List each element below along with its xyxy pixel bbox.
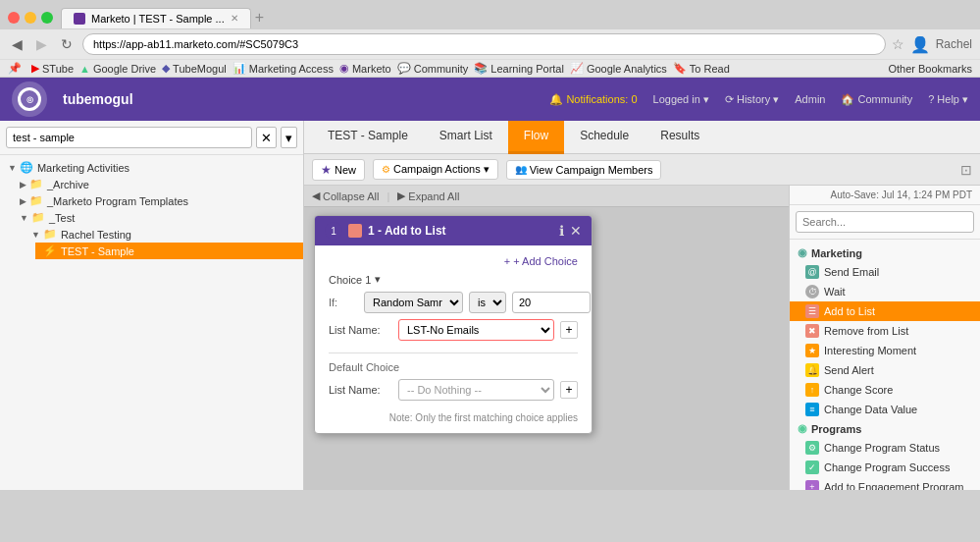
programs-section-icon: ◉ bbox=[798, 422, 807, 435]
expand-label: Expand All bbox=[408, 190, 459, 202]
change-prog-status-icon: ⚙ bbox=[805, 441, 819, 455]
sidebar-item-templates[interactable]: ▶ 📁 _Marketo Program Templates bbox=[12, 192, 303, 209]
list-select[interactable]: LST-No Emails bbox=[398, 319, 554, 341]
new-btn[interactable]: ★ New bbox=[312, 159, 365, 181]
tab-close-icon[interactable]: ✕ bbox=[231, 13, 238, 24]
folder-icon: 📁 bbox=[29, 178, 43, 190]
bookmark-gdrive[interactable]: ▲ Google Drive bbox=[79, 63, 156, 75]
field-select[interactable]: Random Samr bbox=[364, 292, 463, 313]
right-search-input[interactable] bbox=[796, 211, 974, 233]
marketing-section-header[interactable]: ◉ Marketing bbox=[790, 244, 980, 262]
add-choice-btn[interactable]: + + Add Choice bbox=[329, 255, 578, 267]
add-to-list-label: Add to List bbox=[824, 305, 875, 317]
interesting-moment-icon: ★ bbox=[805, 344, 819, 357]
tab-flow[interactable]: Flow bbox=[508, 121, 564, 154]
history-btn[interactable]: ⟳ History ▾ bbox=[725, 93, 779, 106]
collapse-all-btn[interactable]: ◀ Collapse All bbox=[312, 190, 379, 202]
add-to-list-icon: ☰ bbox=[805, 304, 819, 318]
browser-tab[interactable]: Marketo | TEST - Sample ... ✕ bbox=[61, 8, 251, 28]
bookmark-stube[interactable]: ▶ STube bbox=[31, 62, 74, 75]
notifications-link[interactable]: 🔔 Notifications: 0 bbox=[549, 93, 637, 106]
campaign-actions-btn[interactable]: ⚙ Campaign Actions ▾ bbox=[373, 159, 498, 180]
forward-btn[interactable]: ▶ bbox=[32, 34, 51, 54]
window-minimize-btn[interactable] bbox=[25, 12, 36, 24]
right-item-change-data-value[interactable]: ≡ Change Data Value bbox=[790, 400, 980, 419]
new-icon: ★ bbox=[321, 163, 332, 177]
default-list-select[interactable]: -- Do Nothing -- bbox=[398, 379, 554, 401]
folder-icon4: 📁 bbox=[43, 228, 57, 241]
sidebar-item-marketing-activities[interactable]: ▼ 🌐 Marketing Activities bbox=[0, 159, 303, 176]
right-item-change-program-success[interactable]: ✓ Change Program Success bbox=[790, 458, 980, 477]
dialog-header: 1 1 - Add to List ℹ ✕ bbox=[315, 216, 592, 245]
choice-dropdown-icon[interactable]: ▾ bbox=[375, 273, 381, 286]
right-item-remove-from-list[interactable]: ✖ Remove from List bbox=[790, 321, 980, 341]
bookmark-learning[interactable]: 📚 Learning Portal bbox=[474, 62, 564, 75]
window-close-btn[interactable] bbox=[8, 12, 20, 24]
dialog-step-icon bbox=[348, 224, 362, 238]
back-btn[interactable]: ◀ bbox=[8, 34, 26, 54]
sidebar-search-clear[interactable]: ✕ bbox=[256, 127, 277, 148]
bookmarks-label: 📌 bbox=[8, 62, 22, 75]
tab-favicon bbox=[74, 13, 85, 25]
sidebar-item-test-sample[interactable]: ⚡ TEST - Sample bbox=[35, 243, 303, 259]
bookmark-tubemogul[interactable]: ◆ TubeMogul bbox=[162, 62, 227, 75]
add-engagement-label: Add to Engagement Program bbox=[824, 481, 963, 490]
send-alert-icon: 🔔 bbox=[805, 363, 819, 377]
view-members-btn[interactable]: 👥 View Campaign Members bbox=[506, 160, 662, 180]
right-item-add-engagement[interactable]: + Add to Engagement Program bbox=[790, 477, 980, 490]
tab-smart-list[interactable]: Smart List bbox=[424, 121, 508, 154]
value-input[interactable] bbox=[512, 292, 591, 313]
send-email-label: Send Email bbox=[824, 266, 879, 278]
right-item-change-score[interactable]: ↑ Change Score bbox=[790, 380, 980, 400]
bookmark-toread[interactable]: 🔖 To Read bbox=[673, 62, 730, 75]
change-program-success-label: Change Program Success bbox=[824, 461, 950, 473]
app-header: ◎ tubemogul 🔔 Notifications: 0 Logged in… bbox=[0, 78, 980, 121]
window-maximize-btn[interactable] bbox=[41, 12, 53, 24]
right-item-add-to-list[interactable]: ☰ Add to List bbox=[790, 301, 980, 321]
right-item-send-alert[interactable]: 🔔 Send Alert bbox=[790, 360, 980, 380]
right-item-interesting-moment[interactable]: ★ Interesting Moment bbox=[790, 341, 980, 360]
sidebar-item-test[interactable]: ▼ 📁 _Test bbox=[12, 209, 303, 226]
dialog-close-icon[interactable]: ✕ bbox=[570, 223, 582, 239]
expand-all-btn[interactable]: ▶ Expand All bbox=[397, 190, 459, 202]
right-item-change-program-status[interactable]: ⚙ Change Program Status bbox=[790, 438, 980, 458]
expand-icon: ▼ bbox=[8, 163, 17, 173]
analytics-icon: 📈 bbox=[570, 62, 584, 75]
dialog-info-icon[interactable]: ℹ bbox=[559, 223, 564, 239]
folder-icon2: 📁 bbox=[29, 194, 43, 207]
operator-select[interactable]: is bbox=[469, 292, 506, 313]
tab-schedule[interactable]: Schedule bbox=[564, 121, 645, 154]
add-default-row-btn[interactable]: + bbox=[560, 381, 578, 399]
community-link[interactable]: 🏠 Community bbox=[841, 93, 912, 106]
sidebar-item-rachel-testing[interactable]: ▼ 📁 Rachel Testing bbox=[24, 226, 303, 243]
address-bar[interactable] bbox=[82, 33, 886, 55]
choice-1-label: Choice 1 ▾ bbox=[329, 273, 578, 286]
bookmark-marketing[interactable]: 📊 Marketing Access bbox=[232, 62, 334, 75]
new-tab-btn[interactable]: + bbox=[255, 9, 264, 27]
bookmark-marketo[interactable]: ◉ Marketo bbox=[339, 62, 391, 75]
reload-btn[interactable]: ↻ bbox=[57, 34, 77, 54]
admin-link[interactable]: Admin bbox=[795, 93, 825, 105]
header-nav: 🔔 Notifications: 0 Logged in ▾ ⟳ History… bbox=[549, 93, 968, 106]
bookmark-other[interactable]: Other Bookmarks bbox=[888, 63, 972, 75]
change-data-icon: ≡ bbox=[805, 403, 819, 416]
bookmark-community[interactable]: 💬 Community bbox=[397, 62, 469, 75]
right-item-send-email[interactable]: @ Send Email bbox=[790, 262, 980, 282]
sidebar-search-input[interactable] bbox=[6, 127, 252, 148]
tab-test-sample[interactable]: TEST - Sample bbox=[312, 121, 424, 154]
help-btn[interactable]: ? Help ▾ bbox=[928, 93, 968, 106]
toolbar-expand-btn[interactable]: ⊡ bbox=[960, 162, 972, 178]
bookmark-star-icon[interactable]: ☆ bbox=[892, 36, 904, 52]
add-list-row-btn[interactable]: + bbox=[560, 321, 578, 339]
programs-section-header[interactable]: ◉ Programs bbox=[790, 419, 980, 438]
marketing-section-icon: ◉ bbox=[798, 246, 807, 259]
right-search-area bbox=[790, 205, 980, 240]
logged-in-btn[interactable]: Logged in ▾ bbox=[653, 93, 709, 106]
default-list-row: List Name: -- Do Nothing -- + bbox=[329, 379, 578, 401]
tab-results[interactable]: Results bbox=[645, 121, 715, 154]
sidebar-search-btn[interactable]: ▾ bbox=[281, 127, 297, 148]
sidebar-item-archive[interactable]: ▶ 📁 _Archive bbox=[12, 176, 303, 192]
sidebar: ✕ ▾ ▼ 🌐 Marketing Activities ▶ 📁 _Archiv… bbox=[0, 121, 304, 490]
right-item-wait[interactable]: ⏱ Wait bbox=[790, 282, 980, 301]
bookmark-analytics[interactable]: 📈 Google Analytics bbox=[570, 62, 667, 75]
